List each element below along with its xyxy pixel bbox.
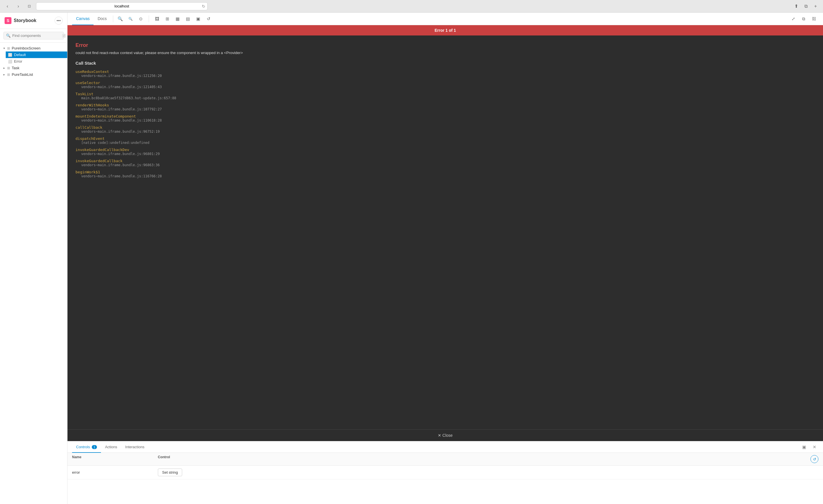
sidebar-item-error-label: Error [14, 59, 22, 63]
stack-frame: useReduxContext vendors~main.iframe.bund… [75, 69, 815, 78]
tab-interactions-label: Interactions [125, 445, 144, 449]
browser-forward-button[interactable]: › [14, 2, 22, 10]
view-list-button[interactable]: ▦ [173, 14, 182, 23]
story-icon: ⬜ [8, 53, 12, 57]
browser-share-button[interactable]: ⬆ [792, 2, 800, 10]
fullscreen-button[interactable]: ⤢ [789, 14, 798, 23]
pure-inbox-screen-children: ⬜ Default ⬜ Error [0, 51, 67, 65]
tree-expand-icon: ▾ [3, 47, 5, 50]
error-banner: Error 1 of 1 [67, 25, 823, 35]
tab-controls-count: 1 [92, 445, 97, 449]
control-value-error: Set string [158, 469, 818, 476]
stack-frame: dispatchEvent [native code]:undefined:un… [75, 137, 815, 145]
sidebar-item-default-label: Default [14, 53, 26, 57]
zoom-out-button[interactable]: 🔍 [126, 14, 135, 23]
sidebar-item-task-label: Task [12, 66, 19, 70]
sidebar-item-default[interactable]: ⬜ Default [6, 51, 67, 58]
zoom-in-button[interactable]: 🔍 [116, 14, 125, 23]
open-new-tab-button[interactable]: ⧉ [799, 14, 808, 23]
view-outline-button[interactable]: ▣ [194, 14, 203, 23]
browser-sidebar-button[interactable]: ⊡ [25, 2, 33, 10]
stack-frame: renderWithHooks vendors~main.iframe.bund… [75, 103, 815, 111]
stack-loc: vendors~main.iframe.bundle.js:121256:20 [75, 74, 815, 78]
stack-frame: invokeGuardedCallback vendors~main.ifram… [75, 159, 815, 167]
storybook-logo-icon: S [5, 17, 11, 24]
controls-table-header: Name Control ↺ [67, 453, 823, 466]
browser-back-button[interactable]: ‹ [3, 2, 11, 10]
stack-loc: vendors~main.iframe.bundle.js:110618:28 [75, 119, 815, 123]
sidebar-item-pure-task-list[interactable]: ▸ ⊞ PureTaskList [0, 71, 67, 78]
bottom-panel: Controls 1 Actions Interactions ▣ ✕ Name [67, 441, 823, 504]
component-icon: ⊞ [7, 46, 10, 50]
sidebar-item-label: PureInboxScreen [12, 46, 40, 50]
reset-all-button[interactable]: ↺ [810, 455, 818, 463]
stack-fn: TaskList [75, 92, 815, 96]
stack-fn: renderWithHooks [75, 103, 815, 107]
sidebar-item-pure-inbox-screen[interactable]: ▾ ⊞ PureInboxScreen [0, 45, 67, 51]
toolbar-divider [113, 15, 113, 22]
sidebar-menu-button[interactable]: ••• [55, 17, 62, 25]
tab-canvas[interactable]: Canvas [72, 13, 94, 25]
toolbar-right: ⤢ ⧉ ⛓ [789, 14, 818, 23]
stack-frame: useSelector vendors~main.iframe.bundle.j… [75, 81, 815, 89]
panel-right-buttons: ▣ ✕ [800, 443, 818, 451]
tab-interactions[interactable]: Interactions [121, 441, 148, 453]
sidebar-tree: ▾ ⊞ PureInboxScreen ⬜ Default ⬜ Error ▸ … [0, 43, 67, 504]
address-bar-wrapper: 🔒 ↻ [36, 2, 208, 10]
sidebar-item-error[interactable]: ⬜ Error [6, 58, 67, 65]
browser-action-buttons: ⬆ ⧉ + [792, 2, 820, 10]
header-name: Name [72, 455, 158, 463]
refresh-button[interactable]: ↺ [204, 14, 213, 23]
panel-close-button[interactable]: ✕ [810, 443, 818, 451]
error-message: could not find react-redux context value… [75, 51, 815, 55]
toolbar-icons: 🔍 🔍 ⊙ 🖼 ⊞ ▦ ▤ ▣ ↺ [116, 14, 213, 23]
close-bar[interactable]: ✕ Close [67, 429, 823, 441]
search-input-wrapper: 🔍 / [3, 32, 64, 39]
view-grid-button[interactable]: ⊞ [163, 14, 172, 23]
panel-layout-button[interactable]: ▣ [800, 443, 808, 451]
tab-controls-label: Controls [76, 445, 90, 449]
reset-zoom-button[interactable]: ⊙ [136, 14, 145, 23]
search-shortcut: / [62, 34, 66, 38]
control-name-error: error [72, 470, 158, 475]
canvas-area: Error 1 of 1 Error could not find react-… [67, 25, 823, 441]
refresh-icon[interactable]: ↻ [202, 4, 205, 9]
app-container: S Storybook ••• 🔍 / ▾ ⊞ PureInboxScreen … [0, 13, 823, 504]
link-button[interactable]: ⛓ [809, 14, 818, 23]
stack-frame: beginWork$1 vendors~main.iframe.bundle.j… [75, 170, 815, 178]
stack-fn: callCallback [75, 125, 815, 130]
stack-fn: beginWork$1 [75, 170, 815, 174]
controls-table: Name Control ↺ error Set string [67, 453, 823, 504]
sidebar-logo: S Storybook [5, 17, 36, 24]
stack-frame: TaskList main.bc8ba810cae5f327d863.hot-u… [75, 92, 815, 100]
header-control: Control [158, 455, 810, 463]
stack-loc: vendors~main.iframe.bundle.js:116766:28 [75, 174, 815, 178]
tab-controls[interactable]: Controls 1 [72, 441, 101, 453]
stack-frame: mountIndeterminateComponent vendors~main… [75, 114, 815, 123]
stack-fn: mountIndeterminateComponent [75, 114, 815, 119]
set-string-button[interactable]: Set string [158, 469, 182, 476]
browser-resize-button[interactable]: ⧉ [802, 2, 810, 10]
browser-chrome: ‹ › ⊡ 🔒 ↻ ⬆ ⧉ + [0, 0, 823, 13]
stack-fn: dispatchEvent [75, 137, 815, 141]
search-input[interactable] [12, 33, 60, 38]
sidebar-header: S Storybook ••• [0, 13, 67, 29]
stack-fn: useReduxContext [75, 69, 815, 74]
main-toolbar: Canvas Docs 🔍 🔍 ⊙ 🖼 ⊞ ▦ ▤ ▣ ↺ ⤢ ⧉ ⛓ [67, 13, 823, 25]
error-panel: Error could not find react-redux context… [67, 35, 823, 429]
browser-new-tab-button[interactable]: + [812, 2, 820, 10]
panel-tabs: Controls 1 Actions Interactions ▣ ✕ [67, 441, 823, 453]
tab-actions[interactable]: Actions [101, 441, 121, 453]
view-sidebar-button[interactable]: ▤ [183, 14, 192, 23]
tab-docs[interactable]: Docs [94, 13, 111, 25]
stack-loc: [native code]:undefined:undefined [75, 141, 815, 145]
sidebar-item-task[interactable]: ▸ ⊞ Task [0, 65, 67, 71]
stack-loc: vendors~main.iframe.bundle.js:96863:36 [75, 163, 815, 167]
address-bar[interactable] [36, 2, 208, 10]
search-bar: 🔍 / [0, 29, 67, 43]
toolbar-divider-2 [149, 15, 149, 22]
call-stack-title: Call Stack [75, 61, 815, 65]
control-row-error: error Set string [67, 466, 823, 479]
view-single-button[interactable]: 🖼 [152, 14, 162, 23]
stack-loc: vendors~main.iframe.bundle.js:96801:29 [75, 152, 815, 156]
